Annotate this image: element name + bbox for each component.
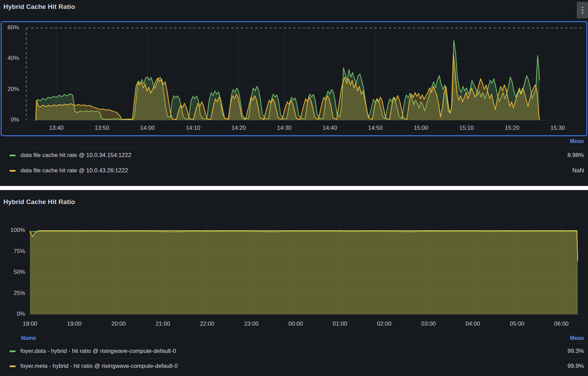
x-tick-label: 20:00 (103, 320, 134, 327)
x-tick-label: 00:00 (280, 320, 311, 327)
legend-row[interactable]: data file cache hit rate @ 10.0.43.26:12… (10, 167, 584, 174)
series-color-swatch (10, 350, 16, 352)
x-tick-label: 06:00 (546, 320, 577, 327)
legend-separator (3, 163, 588, 163)
legend-separator (3, 178, 588, 178)
panel-hybrid-cache-hit-ratio-1: Hybrid Cache Hit Ratio 13:4013:5014:0014… (0, 0, 588, 186)
legend-separator (3, 147, 588, 148)
series-mean-value: 8.98% (568, 152, 584, 159)
legend-separator (3, 343, 588, 344)
series-mean-value: NaN (572, 167, 584, 174)
x-tick-label: 14:10 (178, 125, 208, 131)
y-tick-label: 0% (0, 311, 25, 317)
series-color-swatch (10, 155, 16, 156)
x-tick-label: 01:00 (325, 320, 355, 327)
legend-mean-header[interactable]: Mean (570, 335, 584, 341)
legend-separator (3, 358, 588, 359)
x-tick-label: 15:00 (406, 125, 436, 131)
x-tick-label: 22:00 (192, 320, 222, 327)
x-tick-label: 19:00 (59, 320, 90, 327)
y-tick-label: 25% (0, 290, 25, 297)
x-tick-label: 18:00 (15, 320, 45, 327)
legend-mean-header[interactable]: Mean (570, 138, 584, 144)
legend-row[interactable]: data file cache hit rate @ 10.0.34.154:1… (10, 152, 584, 159)
series-label: data file cache hit rate @ 10.0.34.154:1… (20, 152, 131, 159)
y-tick-label: 75% (0, 248, 25, 255)
dashboard-fragment: Hybrid Cache Hit Ratio 13:4013:5014:0014… (0, 0, 588, 376)
x-tick-label: 04:00 (458, 320, 488, 327)
x-tick-label: 14:50 (360, 125, 391, 131)
y-tick-label: 0% (0, 116, 19, 123)
x-tick-label: 14:40 (314, 125, 345, 131)
y-tick-label: 40% (0, 55, 19, 62)
y-tick-label: 60% (0, 24, 19, 31)
x-tick-label: 14:30 (269, 125, 299, 131)
x-tick-label: 14:00 (132, 125, 163, 131)
series-mean-value: 99.9% (568, 363, 584, 370)
y-tick-label: 50% (0, 269, 25, 276)
legend-name-header[interactable]: Name (21, 335, 36, 341)
legend-row[interactable]: foyer.meta - hybrid - hit ratio @ rising… (10, 363, 584, 370)
series-color-swatch (10, 170, 16, 172)
x-tick-label: 03:00 (413, 320, 444, 327)
x-tick-label: 13:40 (41, 125, 72, 131)
x-tick-label: 23:00 (236, 320, 267, 327)
x-tick-label: 21:00 (148, 320, 178, 327)
x-tick-label: 13:50 (87, 125, 117, 131)
x-tick-label: 15:10 (451, 125, 482, 131)
x-tick-label: 15:20 (497, 125, 527, 131)
x-tick-label: 14:20 (223, 125, 254, 131)
panel-hybrid-cache-hit-ratio-2: Hybrid Cache Hit Ratio 18:0019:0020:0021… (0, 190, 588, 376)
series-label: data file cache hit rate @ 10.0.43.26:12… (20, 167, 128, 174)
y-tick-label: 20% (0, 86, 19, 93)
series-label: foyer.data - hybrid - hit ratio @ rising… (20, 348, 176, 355)
y-tick-label: 100% (0, 227, 25, 234)
x-tick-label: 05:00 (502, 320, 532, 327)
series-mean-value: 99.3% (568, 348, 584, 355)
series-color-swatch (10, 365, 16, 367)
x-tick-label: 15:30 (542, 125, 573, 131)
legend-separator (3, 374, 588, 374)
series-label: foyer.meta - hybrid - hit ratio @ rising… (20, 363, 177, 370)
legend-row[interactable]: foyer.data - hybrid - hit ratio @ rising… (10, 348, 584, 355)
x-tick-label: 02:00 (369, 320, 400, 327)
